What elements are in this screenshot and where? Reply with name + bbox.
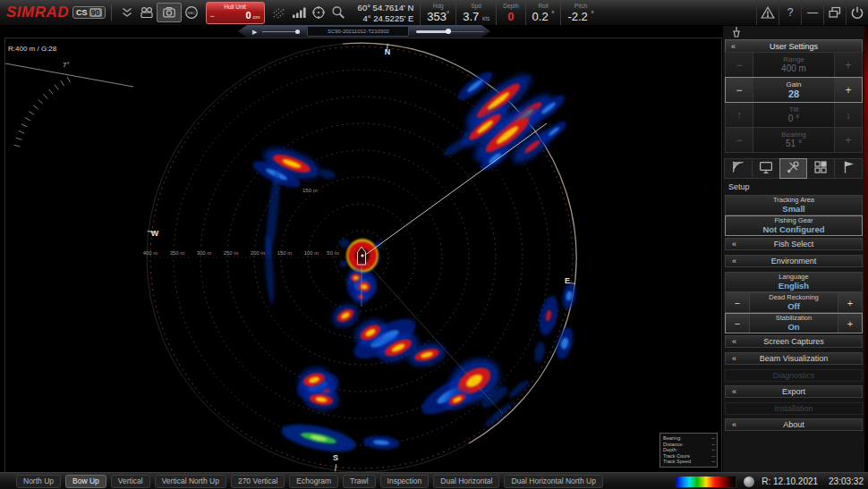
increase-button: + bbox=[834, 53, 862, 77]
view-tab-echogram[interactable]: Echogram bbox=[289, 475, 338, 488]
stepper-gain[interactable]: −Gain28+ bbox=[725, 77, 863, 103]
model-badge: CS 90 bbox=[72, 6, 106, 19]
echo bbox=[533, 341, 547, 364]
stepper-readout: Range400 m bbox=[753, 53, 834, 77]
view-tab-dual-horizontal-north-up[interactable]: Dual Horizontal North Up bbox=[504, 475, 602, 488]
tab-modules[interactable] bbox=[806, 158, 835, 179]
stepper-label: Range bbox=[783, 55, 804, 63]
sonar-canvas[interactable] bbox=[5, 38, 721, 473]
view-tab-inspection[interactable]: Inspection bbox=[380, 475, 430, 488]
info-box-value: -- bbox=[711, 435, 715, 442]
info-box-label: Depth: bbox=[663, 447, 677, 453]
tab-display[interactable] bbox=[752, 158, 780, 179]
decrease-button[interactable]: − bbox=[726, 78, 753, 102]
status-led bbox=[744, 476, 754, 487]
signal-bars-icon[interactable] bbox=[289, 4, 309, 21]
setup-item-screen-captures[interactable]: «Screen Captures bbox=[725, 335, 863, 348]
setup-item-label: Export bbox=[782, 387, 805, 397]
expand-chevron-icon: « bbox=[732, 419, 736, 430]
chevron-double-down-icon[interactable] bbox=[117, 4, 137, 21]
roll-readout: Roll 0.2 ° bbox=[525, 0, 561, 25]
replay-speed-slider[interactable] bbox=[262, 31, 298, 32]
user-settings-title: User Settings bbox=[726, 42, 862, 51]
stepper-value: 400 m bbox=[781, 63, 806, 74]
hull-unit-decrease-button[interactable]: − bbox=[210, 13, 215, 21]
window-controls: ? — bbox=[756, 0, 868, 25]
minimize-button[interactable]: — bbox=[801, 0, 823, 25]
view-tab-bow-up[interactable]: Bow Up bbox=[65, 475, 106, 488]
setup-item-about[interactable]: «About bbox=[725, 418, 863, 431]
info-box-row: Bearing:-- bbox=[663, 435, 715, 442]
decrease-button[interactable]: − bbox=[726, 314, 750, 333]
decrease-button: ↑ bbox=[726, 103, 753, 127]
record-icon[interactable]: REC bbox=[182, 4, 201, 21]
setup-item-value: English bbox=[779, 281, 809, 291]
setup-item-value: Not Configured bbox=[762, 224, 824, 234]
view-tab-270-vertical[interactable]: 270 Vertical bbox=[231, 475, 285, 488]
setup-item-export[interactable]: «Export bbox=[725, 385, 863, 398]
magnifier-icon[interactable] bbox=[328, 4, 348, 21]
compass-north-label: N bbox=[385, 48, 391, 56]
range-gain-label: R:400 m / G:28 bbox=[8, 46, 56, 53]
replay-file-name[interactable]: SC90-20211012-T210302 bbox=[307, 26, 409, 37]
power-icon[interactable] bbox=[846, 0, 868, 25]
increase-button[interactable]: + bbox=[838, 314, 862, 333]
replay-progress-slider[interactable] bbox=[416, 30, 484, 33]
increase-button[interactable]: + bbox=[834, 78, 862, 102]
setup-item-beam-visualization[interactable]: «Beam Visualization bbox=[725, 352, 863, 365]
view-tab-dual-horizontal[interactable]: Dual Horizontal bbox=[433, 475, 499, 488]
stepper-label: Gain bbox=[787, 80, 802, 89]
windows-icon[interactable] bbox=[823, 0, 846, 25]
setup-item-label: Installation bbox=[774, 404, 813, 414]
echo bbox=[441, 136, 470, 158]
help-button[interactable]: ? bbox=[779, 0, 801, 25]
view-tab-north-up[interactable]: North Up bbox=[16, 475, 61, 488]
tab-tools[interactable] bbox=[779, 158, 808, 179]
stepper-value: 28 bbox=[788, 89, 799, 100]
stepper-readout: Tilt0 ° bbox=[753, 103, 834, 127]
setup-item-diagnostics: Diagnostics bbox=[725, 369, 863, 382]
view-tab-vertical-north-up[interactable]: Vertical North Up bbox=[155, 475, 226, 488]
photo-camera-icon[interactable] bbox=[157, 3, 182, 22]
info-box-row: Depth:-- bbox=[663, 447, 715, 453]
target-icon[interactable] bbox=[309, 4, 328, 21]
sonar-display[interactable]: R:400 m / G:28 7° N E S W 400 m350 m300 … bbox=[4, 38, 722, 474]
color-palette-bar bbox=[676, 476, 736, 488]
video-camera-icon[interactable] bbox=[137, 4, 157, 21]
setup-item-dead-reckoning[interactable]: −Dead ReckoningOff+ bbox=[725, 292, 863, 313]
setup-item-environment[interactable]: «Environment bbox=[725, 255, 863, 267]
compass-east-label: E bbox=[565, 277, 570, 285]
echo bbox=[553, 326, 575, 361]
range-ring-label: 200 m bbox=[246, 250, 269, 256]
setup-item-label: Dead Reckoning bbox=[769, 293, 818, 301]
setup-item-installation: Installation bbox=[725, 402, 863, 415]
echo bbox=[319, 168, 336, 181]
stepper-readout: Bearing51 ° bbox=[753, 128, 834, 152]
info-box-label: Track Speed bbox=[663, 459, 691, 465]
display-icon bbox=[759, 160, 773, 178]
play-button[interactable]: ▶ bbox=[252, 29, 257, 35]
user-settings-header[interactable]: « User Settings bbox=[725, 39, 863, 53]
replay-date: R: 12.10.2021 bbox=[762, 476, 818, 486]
setup-item-fishing-gear[interactable]: Fishing GearNot Configured bbox=[725, 215, 863, 236]
tab-sonar-beam[interactable] bbox=[724, 158, 753, 179]
setup-item-content: Export bbox=[726, 386, 862, 397]
transmission-icon[interactable] bbox=[269, 4, 289, 21]
view-tab-trawl[interactable]: Trawl bbox=[343, 475, 375, 488]
echo bbox=[507, 378, 532, 400]
increase-button[interactable]: + bbox=[838, 293, 862, 312]
flag-icon bbox=[841, 160, 855, 178]
tab-flag[interactable] bbox=[834, 158, 863, 179]
view-tab-vertical[interactable]: Vertical bbox=[111, 475, 150, 488]
setup-item-label: Beam Visualization bbox=[760, 354, 828, 364]
warning-icon[interactable] bbox=[756, 0, 779, 25]
decrease-button[interactable]: − bbox=[726, 293, 750, 312]
range-ring-label: 250 m bbox=[219, 250, 243, 256]
setup-item-language[interactable]: LanguageEnglish bbox=[725, 272, 863, 292]
settings-sidebar: « User Settings −Range400 m+−Gain28+↑Til… bbox=[723, 25, 864, 472]
hull-unit-panel[interactable]: Hull Unit − 0 cm bbox=[206, 2, 265, 24]
setup-item-stabilization[interactable]: −StabilizationOn+ bbox=[725, 313, 863, 333]
tilt-angle-label: 7° bbox=[63, 62, 70, 69]
setup-item-fish-select[interactable]: «Fish Select bbox=[725, 238, 863, 250]
setup-item-tracking-area[interactable]: Tracking AreaSmall bbox=[725, 195, 863, 215]
